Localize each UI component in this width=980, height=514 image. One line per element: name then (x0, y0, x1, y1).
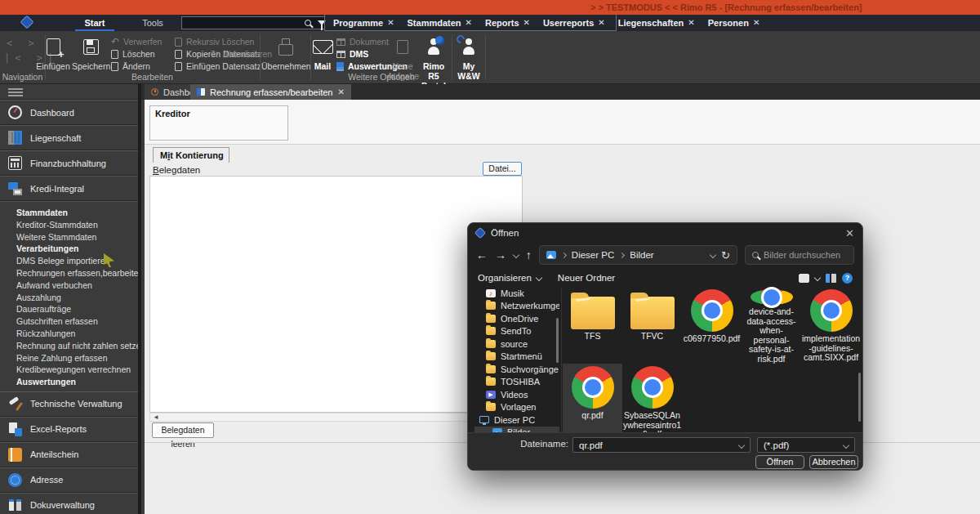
breadcrumb-dieser-pc[interactable]: Dieser PC (572, 250, 614, 260)
tree-item-videos[interactable]: ▶Videos (474, 388, 559, 401)
cancel-button[interactable]: Abbrechen (809, 455, 858, 469)
submenu-item-reine-zahlung[interactable]: Reine Zahlung erfassen (0, 352, 138, 364)
tree-item-vorlagen[interactable]: Vorlagen (474, 401, 559, 414)
submenu-item-weitere-stammdaten[interactable]: Weitere Stammdaten (0, 231, 138, 244)
submenu-item-aufwand-verbuchen[interactable]: Aufwand verbuchen (0, 279, 138, 292)
chevron-down-icon[interactable] (738, 441, 745, 448)
rimo-portal-button[interactable]: Rimo R5 Portal (416, 34, 451, 91)
menu-item-liegenschaften[interactable]: Liegenschaften✕ (618, 18, 695, 28)
tree-item-sendto[interactable]: SendTo (474, 325, 559, 338)
sidebar-item-dokuverwaltung[interactable]: Dokuverwaltung (0, 493, 138, 514)
filetype-combobox[interactable]: (*.pdf) (757, 437, 855, 453)
dms-button[interactable]: DMS (336, 48, 368, 60)
aendern-button[interactable]: Ändern (111, 60, 150, 72)
resize-grip[interactable]: ⋰ (853, 460, 860, 467)
dialog-close-icon[interactable]: ✕ (845, 227, 854, 239)
forward-icon[interactable]: → (495, 248, 506, 261)
close-icon[interactable]: ✕ (523, 18, 530, 27)
mail-button[interactable]: Mail (309, 34, 336, 71)
submenu-item-kredibewegungen[interactable]: Kredibewegungen verrechnen (0, 364, 138, 376)
tree-item-netzwerkumgebung[interactable]: Netzwerkumge (474, 300, 559, 313)
sidebar-item-liegenschaft[interactable]: Liegenschaft (0, 125, 138, 150)
dialog-search-input[interactable] (764, 250, 847, 260)
uebernehmen-button[interactable]: Übernehmen (261, 34, 310, 71)
einfuegen-button[interactable]: Einfügen (34, 34, 72, 71)
sidebar-item-dashboard[interactable]: Dashboard (0, 100, 138, 125)
submenu-item-rueckzahlungen[interactable]: Rückzahlungen (0, 328, 138, 340)
tree-item-dieser-pc[interactable]: Dieser PC (474, 413, 559, 427)
submenu-item-gutschriften[interactable]: Gutschriften erfassen (0, 315, 138, 328)
back-icon[interactable]: ← (476, 248, 488, 261)
menu-item-personen[interactable]: Personen✕ (708, 18, 760, 28)
belegdaten-leeren-button[interactable]: Belegdaten leeren (152, 422, 214, 438)
close-icon[interactable]: ✕ (466, 18, 472, 27)
view-options-chevron-icon[interactable] (814, 275, 821, 281)
close-icon[interactable]: ✕ (688, 18, 694, 27)
menu-item-stammdaten[interactable]: Stammdaten✕ (408, 18, 472, 28)
verwerfen-button[interactable]: ↶Verwerfen (111, 36, 162, 47)
tree-item-suchvorgaenge[interactable]: Suchvorgänge (474, 363, 559, 376)
filename-combobox[interactable]: qr.pdf (572, 437, 751, 453)
menu-tab-tools[interactable]: Tools (133, 15, 172, 31)
breadcrumb-bilder[interactable]: Bilder (630, 250, 653, 260)
search-icon[interactable] (305, 20, 311, 26)
sidebar-menu-toggle[interactable] (0, 84, 138, 100)
file-tile-qr-selected[interactable]: qr.pdf (563, 364, 622, 440)
grid-scrollbar[interactable] (858, 373, 861, 422)
submenu-item-kreditor-stammdaten[interactable]: Kreditor-Stammdaten (0, 219, 138, 231)
sidebar-item-adresse[interactable]: Adresse (0, 467, 138, 493)
file-tile-implementation-guidelines[interactable]: implementation-guidelines-camt.SIXX.pdf (801, 287, 861, 364)
recent-locations-icon[interactable] (513, 252, 519, 258)
submenu-item-nicht-zahlen[interactable]: Rechnung auf nicht zahlen setzen (0, 340, 138, 352)
file-tile-tfs[interactable]: TFS (563, 287, 622, 364)
help-icon[interactable]: ? (842, 273, 853, 284)
speichern-button[interactable]: Speichern (72, 34, 109, 71)
close-icon[interactable]: ✕ (753, 18, 760, 27)
menu-item-reports[interactable]: Reports✕ (485, 18, 530, 28)
menu-tab-start[interactable]: Start (75, 15, 114, 31)
organisieren-button[interactable]: Organisieren (478, 273, 541, 283)
refresh-icon[interactable]: ↻ (721, 249, 730, 261)
dialog-search-box[interactable] (745, 245, 854, 265)
close-icon[interactable]: ✕ (598, 18, 604, 27)
submenu-item-dauerauftraege[interactable]: Daueraufträge (0, 303, 138, 315)
sidebar-item-anteilschein[interactable]: Anteilschein (0, 442, 138, 467)
thumbnail-view-icon[interactable] (799, 274, 809, 283)
tab-rechnung-erfassen[interactable]: Rechnung erfassen/bearbeiten ✕ (190, 84, 351, 100)
sidebar-item-kredi-integral[interactable]: Kredi-Integral (0, 176, 138, 201)
tab-mit-kontierung[interactable]: Mit Kontierung (153, 147, 229, 163)
sidebar-item-excel-reports[interactable]: Excel-Reports (0, 417, 138, 442)
submenu-item-rechnungen-erfassen[interactable]: Rechnungen erfassen,bearbeiten (0, 267, 138, 279)
datei-button[interactable]: Datei... (483, 162, 522, 176)
file-tile-device-and-data[interactable]: device-and-data-access-when-personal-saf… (742, 287, 801, 364)
menu-item-programme[interactable]: Programme✕ (333, 18, 394, 28)
my-ww-button[interactable]: My W&W (453, 34, 484, 81)
file-tile-sybase[interactable]: SybaseSQLAnywheresaintro16.pdf (622, 364, 682, 440)
dokument-button[interactable]: Dokument (336, 36, 389, 47)
tree-item-source[interactable]: source (474, 337, 559, 351)
kreditor-groupbox[interactable]: Kreditor (149, 105, 288, 141)
tree-item-toshiba[interactable]: TOSHIBA (474, 376, 559, 389)
breadcrumb[interactable]: Dieser PC Bilder ↻ (539, 245, 737, 265)
close-icon[interactable]: ✕ (337, 87, 344, 96)
tree-scrollbar[interactable] (556, 318, 559, 363)
details-view-icon[interactable] (826, 274, 836, 283)
sidebar-item-technische-verwaltung[interactable]: Technische Verwaltung (0, 391, 138, 417)
tree-item-startmenu[interactable]: Startmenü (474, 351, 559, 364)
loeschen-button[interactable]: Löschen (111, 48, 155, 60)
file-tile-c06977950[interactable]: c06977950.pdf (682, 287, 742, 364)
sidebar-item-finanzbuchhaltung[interactable]: Finanzbuchhaltung (0, 150, 138, 176)
chevron-down-icon[interactable] (843, 441, 849, 448)
neuer-ordner-button[interactable]: Neuer Ordner (558, 273, 615, 283)
einfuegen-datensatz-button[interactable]: Einfügen Datensatz (175, 60, 261, 72)
tree-item-onedrive[interactable]: OneDrive (474, 312, 559, 325)
menu-item-userreports[interactable]: Userreports✕ (543, 18, 605, 28)
file-tile-tfvc[interactable]: TFVC (622, 287, 682, 364)
rekursiv-loeschen-button[interactable]: Rekursiv Löschen (175, 36, 254, 47)
global-search-input[interactable] (182, 18, 305, 28)
up-icon[interactable]: ↑ (526, 248, 532, 261)
open-button[interactable]: Öffnen (755, 455, 804, 469)
close-icon[interactable]: ✕ (387, 18, 394, 27)
chevron-down-icon[interactable] (710, 252, 716, 258)
tree-item-musik[interactable]: ♪Musik (474, 287, 559, 300)
